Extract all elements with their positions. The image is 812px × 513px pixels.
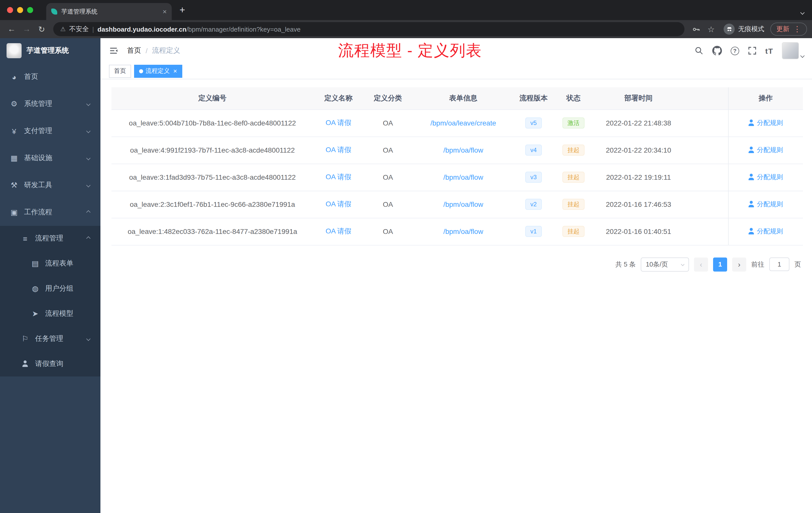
- screen: 芋道管理系统 × + ← → ↻ ⚠ 不安全 | dashboard.yudao…: [0, 0, 812, 513]
- sidebar-item-workflow[interactable]: ▣ 工作流程: [0, 199, 100, 226]
- content: 定义编号定义名称定义分类表单信息流程版本状态部署时间操作 oa_leave:5:…: [100, 79, 812, 513]
- tools-icon: ⚒: [9, 181, 19, 190]
- filler-cell: [683, 191, 728, 218]
- status-tag: 挂起: [562, 226, 584, 237]
- form-link[interactable]: /bpm/oa/flow: [443, 200, 483, 208]
- address-bar[interactable]: ⚠ 不安全 | dashboard.yudao.iocoder.cn/bpm/m…: [53, 22, 685, 36]
- forward-button[interactable]: →: [20, 25, 33, 34]
- definition-table: 定义编号定义名称定义分类表单信息流程版本状态部署时间操作 oa_leave:5:…: [112, 87, 803, 245]
- hamburger-icon[interactable]: [109, 46, 118, 56]
- tab-strip: 芋道管理系统 × +: [0, 0, 812, 20]
- fullscreen-icon[interactable]: [748, 46, 757, 55]
- definition-name-link[interactable]: OA 请假: [326, 146, 351, 154]
- sidebar: 芋道管理系统 ◕ 首页 ⚙ 系统管理 ¥ 支付管理 ▦ 基础设施 ⚒ 研发工具 …: [0, 38, 100, 513]
- next-page-button[interactable]: ›: [732, 257, 746, 271]
- assign-rule-link[interactable]: 分配规则: [749, 118, 783, 127]
- form-link[interactable]: /bpm/oa/flow: [443, 228, 483, 235]
- security-label[interactable]: 不安全: [69, 25, 89, 34]
- prev-page-button[interactable]: ‹: [694, 257, 708, 271]
- page-size-select[interactable]: 10条/页: [641, 257, 689, 271]
- user-menu[interactable]: [782, 42, 804, 59]
- column-header: 表单信息: [412, 87, 514, 110]
- browser-menu-icon[interactable]: ⋮: [793, 25, 801, 34]
- definition-name-link[interactable]: OA 请假: [326, 200, 351, 208]
- back-button[interactable]: ←: [5, 25, 18, 34]
- breadcrumb-home[interactable]: 首页: [127, 46, 141, 55]
- main-area: 首页 / 流程定义 流程模型 - 定义列表 ? tT: [100, 38, 812, 513]
- definition-id: oa_leave:2:3c1f0ef1-76b1-11ec-9c66-a2380…: [112, 191, 313, 218]
- zoom-window-button[interactable]: [27, 7, 33, 13]
- table-row: oa_leave:2:3c1f0ef1-76b1-11ec-9c66-a2380…: [112, 191, 803, 218]
- sidebar-item-task-mgmt[interactable]: ⚐ 任务管理: [0, 326, 100, 351]
- form-link[interactable]: /bpm/oa/flow: [443, 146, 483, 154]
- table-body: oa_leave:5:004b710b-7b8a-11ec-8ef0-acde4…: [112, 110, 803, 245]
- sidebar-item-process-form[interactable]: ▤ 流程表单: [0, 251, 100, 276]
- assign-rule-link[interactable]: 分配规则: [749, 146, 783, 155]
- flag-icon: ⚐: [21, 334, 30, 343]
- tab-title: 芋道管理系统: [61, 7, 159, 16]
- version-tag: v2: [525, 199, 542, 210]
- url-path: /bpm/manager/definition?key=oa_leave: [186, 25, 300, 33]
- sidebar-item-leave-query[interactable]: 请假查询: [0, 351, 100, 376]
- sidebar-item-devtools[interactable]: ⚒ 研发工具: [0, 172, 100, 199]
- column-header: 状态: [553, 87, 594, 110]
- sidebar-item-system[interactable]: ⚙ 系统管理: [0, 90, 100, 117]
- minimize-window-button[interactable]: [17, 7, 23, 13]
- user-icon: [749, 120, 754, 126]
- reload-button[interactable]: ↻: [35, 24, 48, 34]
- form-link[interactable]: /bpm/oa/flow: [443, 173, 483, 181]
- sidebar-item-home[interactable]: ◕ 首页: [0, 63, 100, 90]
- page-title: 流程模型 - 定义列表: [338, 40, 482, 61]
- search-icon[interactable]: [695, 46, 703, 55]
- page-number-button[interactable]: 1: [713, 257, 727, 271]
- list-icon: ≡: [21, 234, 30, 243]
- deploy-time: 2022-01-22 21:48:38: [594, 110, 683, 137]
- sidebar-item-payment[interactable]: ¥ 支付管理: [0, 117, 100, 145]
- column-header: [683, 87, 728, 110]
- definition-name-link[interactable]: OA 请假: [326, 227, 351, 235]
- sidebar-item-process-model[interactable]: ➤ 流程模型: [0, 301, 100, 326]
- font-size-icon[interactable]: tT: [765, 47, 773, 55]
- tag-close-icon[interactable]: ×: [173, 67, 177, 75]
- github-icon[interactable]: [712, 46, 722, 56]
- status-tag: 挂起: [562, 145, 584, 156]
- chevron-icon: [87, 129, 90, 132]
- tab-close-icon[interactable]: ×: [163, 7, 167, 16]
- sidebar-item-user-group[interactable]: ◍ 用户分组: [0, 276, 100, 301]
- form-link[interactable]: /bpm/oa/leave/create: [430, 119, 496, 127]
- view-tag[interactable]: 首页: [109, 64, 131, 78]
- logo[interactable]: 芋道管理系统: [0, 38, 100, 63]
- chevron-down-icon: [681, 263, 685, 266]
- definition-id: oa_leave:3:1fad3d93-7b75-11ec-a3c8-acde4…: [112, 163, 313, 191]
- goto-label: 前往: [751, 260, 764, 269]
- assign-rule-link[interactable]: 分配规则: [749, 200, 783, 209]
- url-domain: dashboard.yudao.iocoder.cn: [97, 25, 186, 33]
- incognito-label: 无痕模式: [738, 25, 764, 34]
- definition-name-link[interactable]: OA 请假: [326, 173, 351, 181]
- new-tab-button[interactable]: +: [175, 2, 190, 18]
- browser-chrome: 芋道管理系统 × + ← → ↻ ⚠ 不安全 | dashboard.yudao…: [0, 0, 812, 38]
- yen-icon: ¥: [9, 127, 19, 135]
- incognito-badge: 无痕模式: [724, 24, 764, 35]
- browser-tab[interactable]: 芋道管理系统 ×: [46, 3, 172, 20]
- user-icon: [749, 228, 754, 235]
- close-window-button[interactable]: [7, 7, 13, 13]
- help-icon[interactable]: ?: [731, 47, 739, 55]
- deploy-time: 2022-01-22 19:19:11: [594, 163, 683, 191]
- definition-category: OA: [364, 110, 412, 137]
- update-button[interactable]: 更新 ⋮: [770, 23, 807, 36]
- tab-search-chevron-icon[interactable]: [801, 7, 804, 16]
- chevron-icon: [87, 237, 90, 240]
- assign-rule-link[interactable]: 分配规则: [749, 173, 783, 182]
- assign-rule-link[interactable]: 分配规则: [749, 227, 783, 236]
- sidebar-item-process-mgmt[interactable]: ≡ 流程管理: [0, 226, 100, 251]
- definition-id: oa_leave:5:004b710b-7b8a-11ec-8ef0-acde4…: [112, 110, 313, 137]
- table-header-row: 定义编号定义名称定义分类表单信息流程版本状态部署时间操作: [112, 87, 803, 110]
- goto-page-input[interactable]: [769, 258, 789, 271]
- monitor-icon: ▦: [9, 154, 19, 163]
- bookmark-star-icon[interactable]: ☆: [704, 24, 718, 34]
- view-tag[interactable]: 流程定义 ×: [134, 64, 182, 78]
- sidebar-item-infrastructure[interactable]: ▦ 基础设施: [0, 145, 100, 172]
- definition-name-link[interactable]: OA 请假: [326, 118, 351, 126]
- key-icon[interactable]: [690, 25, 702, 33]
